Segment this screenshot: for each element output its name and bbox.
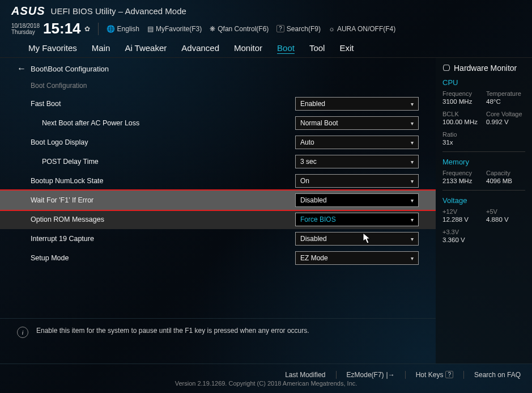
qfan-button[interactable]: ❋ Qfan Control(F6): [210, 25, 269, 33]
setting-dropdown[interactable]: Auto▾: [295, 136, 419, 149]
breadcrumb-text: Boot\Boot Configuration: [31, 65, 109, 73]
cpu-temp-value: 48°C: [486, 98, 525, 105]
setting-row-setup-mode[interactable]: Setup ModeEZ Mode▾: [0, 248, 436, 268]
monitor-icon: 🖵: [442, 64, 450, 73]
last-modified-button[interactable]: Last Modified: [285, 371, 325, 379]
datetime-block: 10/18/2018 Thursday 15:14 ✿: [11, 20, 90, 37]
question-key-icon: ?: [445, 371, 453, 378]
setting-label: Fast Boot: [31, 100, 295, 108]
day-text: Thursday: [11, 29, 40, 35]
v5-value: 4.880 V: [486, 216, 525, 223]
setting-dropdown[interactable]: Normal Boot▾: [295, 116, 419, 130]
qfan-label: Qfan Control(F6): [218, 25, 269, 33]
setting-label: Setup Mode: [31, 254, 295, 262]
faq-button[interactable]: Search on FAQ: [474, 371, 521, 379]
setting-row-bootup-numlock-state[interactable]: Bootup NumLock StateOn▾: [0, 171, 436, 191]
question-icon: ?: [276, 25, 284, 32]
ratio-label: Ratio: [442, 131, 482, 138]
menu-item-advanced[interactable]: Advanced: [181, 43, 219, 53]
v12-value: 12.288 V: [442, 216, 482, 223]
setting-label: Interrupt 19 Capture: [31, 235, 295, 243]
chevron-down-icon: ▾: [411, 140, 414, 146]
menu-item-exit[interactable]: Exit: [339, 43, 354, 53]
menu-item-my-favorites[interactable]: My Favorites: [28, 43, 77, 53]
setting-dropdown[interactable]: 3 sec▾: [295, 155, 419, 168]
setting-row-next-boot-after-ac-power-loss[interactable]: Next Boot after AC Power LossNormal Boot…: [0, 113, 436, 133]
main-panel: ← Boot\Boot Configuration Boot Configura…: [0, 58, 436, 364]
chevron-down-icon: ▾: [411, 120, 414, 126]
setting-row-option-rom-messages[interactable]: Option ROM MessagesForce BIOS▾: [0, 210, 436, 229]
setting-dropdown[interactable]: Enabled▾: [295, 97, 419, 111]
menu-item-boot[interactable]: Boot: [277, 43, 295, 53]
exit-icon: |→: [386, 371, 395, 379]
cpu-freq-value: 3100 MHz: [442, 98, 482, 105]
memory-heading: Memory: [442, 158, 525, 166]
list-icon: ▤: [147, 25, 154, 33]
footer-bar: Last Modified EzMode(F7) |→ Hot Keys ? S…: [0, 364, 532, 393]
sun-icon: ☼: [329, 25, 335, 33]
fan-icon: ❋: [210, 25, 215, 33]
core-voltage-value: 0.992 V: [486, 119, 525, 125]
setting-label: Boot Logo Display: [31, 138, 295, 146]
sidebar-title: Hardware Monitor: [454, 64, 517, 73]
setting-dropdown[interactable]: Force BIOS▾: [295, 213, 419, 226]
dropdown-value: Auto: [300, 138, 314, 146]
myfavorite-button[interactable]: ▤ MyFavorite(F3): [147, 25, 202, 33]
mem-cap-value: 4096 MB: [486, 178, 525, 184]
main-menu: My FavoritesMainAi TweakerAdvancedMonito…: [0, 40, 532, 58]
setting-dropdown[interactable]: Disabled▾: [295, 232, 419, 246]
setting-row-boot-logo-display[interactable]: Boot Logo DisplayAuto▾: [0, 133, 436, 152]
ratio-value: 31x: [442, 139, 482, 146]
setting-row-post-delay-time[interactable]: POST Delay Time3 sec▾: [0, 152, 436, 171]
setting-dropdown[interactable]: Disabled▾: [295, 193, 419, 207]
cpu-heading: CPU: [442, 78, 525, 87]
date-text: 10/18/2018: [11, 23, 40, 29]
mem-freq-label: Frequency: [442, 170, 482, 176]
chevron-down-icon: ▾: [411, 159, 414, 165]
chevron-down-icon: ▾: [411, 236, 414, 242]
globe-icon: 🌐: [107, 25, 115, 33]
ezmode-button[interactable]: EzMode(F7) |→: [347, 371, 395, 379]
menu-item-monitor[interactable]: Monitor: [234, 43, 262, 53]
settings-list: Fast BootEnabled▾Next Boot after AC Powe…: [0, 94, 436, 312]
top-bar: ASUS UEFI BIOS Utility – Advanced Mode 1…: [0, 0, 532, 40]
menu-item-tool[interactable]: Tool: [309, 43, 325, 53]
hardware-monitor-sidebar: 🖵 Hardware Monitor CPU Frequency Tempera…: [436, 58, 532, 364]
setting-label: Option ROM Messages: [31, 215, 295, 223]
dropdown-value: Force BIOS: [300, 215, 336, 223]
chevron-down-icon: ▾: [411, 101, 414, 107]
v12-label: +12V: [442, 208, 482, 215]
dropdown-value: EZ Mode: [300, 254, 328, 262]
setting-row-fast-boot[interactable]: Fast BootEnabled▾: [0, 94, 436, 113]
setting-label: Next Boot after AC Power Loss: [42, 119, 295, 127]
dropdown-value: On: [300, 177, 309, 185]
setting-dropdown[interactable]: On▾: [295, 174, 419, 188]
gear-icon[interactable]: ✿: [84, 25, 90, 33]
chevron-down-icon: ▾: [411, 255, 414, 261]
language-label: English: [117, 25, 139, 33]
hotkeys-button[interactable]: Hot Keys ?: [416, 371, 453, 379]
back-arrow-icon[interactable]: ←: [17, 64, 26, 74]
v33-label: +3.3V: [442, 229, 482, 235]
v5-label: +5V: [486, 208, 525, 215]
help-text: Enable this item for the system to pause…: [36, 327, 309, 335]
section-title: Boot Configuration: [0, 79, 436, 94]
app-title: UEFI BIOS Utility – Advanced Mode: [51, 6, 186, 16]
version-text: Version 2.19.1269. Copyright (C) 2018 Am…: [0, 380, 532, 389]
aura-label: AURA ON/OFF(F4): [337, 25, 395, 33]
language-selector[interactable]: 🌐 English: [107, 25, 139, 33]
setting-row-interrupt-19-capture[interactable]: Interrupt 19 CaptureDisabled▾: [0, 229, 436, 248]
search-button[interactable]: ? Search(F9): [276, 25, 321, 33]
menu-item-main[interactable]: Main: [92, 43, 110, 53]
help-panel: i Enable this item for the system to pau…: [0, 318, 436, 364]
cpu-freq-label: Frequency: [442, 90, 482, 97]
chevron-down-icon: ▾: [411, 217, 414, 223]
setting-dropdown[interactable]: EZ Mode▾: [295, 251, 419, 265]
aura-button[interactable]: ☼ AURA ON/OFF(F4): [329, 25, 395, 33]
setting-row-wait-for-f1-if-error[interactable]: Wait For 'F1' If ErrorDisabled▾: [0, 191, 436, 210]
dropdown-value: Disabled: [300, 196, 327, 204]
voltage-heading: Voltage: [442, 196, 525, 205]
mem-cap-label: Capacity: [486, 170, 525, 176]
menu-item-ai-tweaker[interactable]: Ai Tweaker: [125, 43, 167, 53]
setting-label: Bootup NumLock State: [31, 177, 295, 185]
